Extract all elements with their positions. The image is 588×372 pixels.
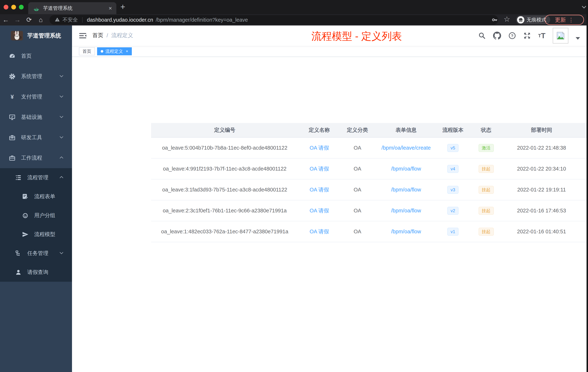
cell-status: 挂起 bbox=[468, 200, 504, 221]
sidebar-item-process-form[interactable]: 流程表单 bbox=[0, 187, 72, 206]
sidebar-item-leave-query[interactable]: 请假查询 bbox=[0, 263, 72, 282]
sidebar-item-label: 用户分组 bbox=[34, 212, 55, 219]
chevron-up-icon bbox=[59, 175, 64, 181]
column-header: 状态 bbox=[468, 123, 504, 138]
column-header: 定义分类 bbox=[340, 123, 375, 138]
cell-category: OA bbox=[340, 200, 375, 221]
browser-tab[interactable]: 芋道管理系统 × bbox=[28, 2, 116, 14]
cell-id: oa_leave:5:004b710b-7b8a-11ec-8ef0-acde4… bbox=[151, 138, 298, 159]
site-favicon-leaf-icon bbox=[32, 4, 40, 12]
sidebar: 芋道管理系统 首页系统管理¥支付管理基础设施研发工具工作流程流程管理流程表单用户… bbox=[0, 25, 72, 372]
user-avatar[interactable] bbox=[553, 28, 568, 44]
tab-close-icon[interactable]: × bbox=[109, 5, 112, 11]
sidebar-item-payment-management[interactable]: ¥支付管理 bbox=[0, 87, 72, 107]
table-header-row: 定义编号定义名称定义分类表单信息流程版本状态部署时间操作 bbox=[151, 123, 588, 138]
sidebar-item-task-management[interactable]: 任务管理 bbox=[0, 244, 72, 263]
cell-name: OA 请假 bbox=[298, 138, 340, 159]
column-header: 部署时间 bbox=[504, 123, 579, 138]
version-badge: v3 bbox=[447, 186, 458, 194]
sidebar-item-label: 流程管理 bbox=[27, 174, 48, 181]
definition-name-link[interactable]: OA 请假 bbox=[310, 186, 329, 194]
fullscreen-icon[interactable] bbox=[523, 32, 531, 40]
sidebar-logo[interactable]: 芋道管理系统 bbox=[0, 25, 72, 46]
sidebar-menu: 首页系统管理¥支付管理基础设施研发工具工作流程流程管理流程表单用户分组流程模型任… bbox=[0, 46, 72, 282]
password-key-icon[interactable] bbox=[491, 16, 498, 24]
cell-status: 激活 bbox=[468, 138, 504, 159]
form-info-link[interactable]: /bpm/oa/flow bbox=[391, 166, 421, 172]
minimize-window-button[interactable] bbox=[11, 5, 16, 10]
sidebar-item-label: 系统管理 bbox=[21, 73, 42, 80]
sidebar-item-user-group[interactable]: 用户分组 bbox=[0, 206, 72, 225]
breadcrumb-home[interactable]: 首页 bbox=[92, 32, 103, 39]
table-row: oa_leave:2:3c1f0ef1-76b1-11ec-9c66-a2380… bbox=[151, 200, 588, 221]
tag-home[interactable]: 首页 bbox=[79, 47, 95, 55]
new-tab-button[interactable]: + bbox=[120, 2, 125, 12]
form-info-link[interactable]: /bpm/oa/flow bbox=[391, 229, 421, 235]
form-info-link[interactable]: /bpm/oa/flow bbox=[391, 208, 421, 214]
tab-search-chevron-icon[interactable] bbox=[581, 4, 587, 11]
briefcase-icon bbox=[8, 154, 16, 162]
cell-id: oa_leave:3:1fad3d93-7b75-11ec-a3c8-acde4… bbox=[151, 179, 298, 200]
font-size-icon[interactable]: TT bbox=[538, 32, 546, 40]
page-annotation-title: 流程模型 - 定义列表 bbox=[237, 30, 477, 43]
cell-category: OA bbox=[340, 138, 375, 159]
search-icon[interactable] bbox=[478, 32, 486, 40]
tag-process-definition[interactable]: 流程定义 × bbox=[97, 47, 132, 55]
security-warning-icon[interactable] bbox=[54, 17, 60, 23]
sidebar-item-dev-tools[interactable]: 研发工具 bbox=[0, 127, 72, 148]
table-row: oa_leave:1:482ec033-762a-11ec-8477-a2380… bbox=[151, 221, 588, 242]
user-group-icon bbox=[21, 212, 29, 219]
chevron-down-icon bbox=[59, 135, 64, 141]
sidebar-item-home[interactable]: 首页 bbox=[0, 46, 72, 66]
url-host: dashboard.yudao.iocoder.cn bbox=[87, 17, 153, 23]
sidebar-item-label: 流程模型 bbox=[34, 231, 55, 238]
sidebar-item-system-management[interactable]: 系统管理 bbox=[0, 66, 72, 87]
bookmark-star-icon[interactable]: ☆ bbox=[504, 15, 510, 23]
zoom-window-button[interactable] bbox=[19, 5, 24, 10]
sidebar-item-infrastructure[interactable]: 基础设施 bbox=[0, 107, 72, 127]
breadcrumb-current: 流程定义 bbox=[111, 32, 133, 39]
close-window-button[interactable] bbox=[4, 5, 8, 10]
column-header: 定义编号 bbox=[151, 123, 298, 138]
chrome-update-button[interactable]: 更新 ⋮ bbox=[545, 15, 584, 25]
sidebar-item-workflow[interactable]: 工作流程 bbox=[0, 148, 72, 168]
status-badge: 挂起 bbox=[479, 165, 494, 173]
cell-version: v2 bbox=[437, 200, 468, 221]
home-button[interactable]: ⌂ bbox=[35, 16, 47, 24]
cell-id: oa_leave:4:991f2193-7b7f-11ec-a3c8-acde4… bbox=[151, 159, 298, 179]
table-row: oa_leave:4:991f2193-7b7f-11ec-a3c8-acde4… bbox=[151, 159, 588, 179]
cell-deploy_time: 2022-01-22 19:19:11 bbox=[504, 179, 579, 200]
forward-button[interactable]: → bbox=[12, 16, 23, 24]
definition-name-link[interactable]: OA 请假 bbox=[310, 207, 329, 214]
task-tree-icon bbox=[15, 250, 22, 257]
definition-name-link[interactable]: OA 请假 bbox=[310, 165, 329, 173]
definition-name-link[interactable]: OA 请假 bbox=[310, 228, 329, 235]
active-tag-dot bbox=[101, 50, 103, 53]
form-info-link[interactable]: /bpm/oa/flow bbox=[391, 187, 421, 193]
github-icon[interactable] bbox=[493, 32, 501, 40]
avatar-caret-icon[interactable] bbox=[576, 37, 580, 40]
address-bar[interactable]: 不安全 dashboard.yudao.iocoder.cn/bpm/manag… bbox=[50, 15, 498, 25]
version-badge: v2 bbox=[447, 207, 458, 215]
chevron-up-icon bbox=[59, 155, 64, 161]
toolbox-icon bbox=[8, 134, 16, 142]
cell-form: /bpm/oa/flow bbox=[375, 221, 437, 242]
cell-category: OA bbox=[340, 159, 375, 179]
cell-id: oa_leave:1:482ec033-762a-11ec-8477-a2380… bbox=[151, 221, 298, 242]
form-info-link[interactable]: /bpm/oa/leave/create bbox=[381, 145, 431, 151]
help-icon[interactable]: ? bbox=[508, 32, 516, 40]
cell-deploy_time: 2022-01-22 20:34:10 bbox=[504, 159, 579, 179]
sidebar-fold-icon[interactable] bbox=[79, 32, 87, 41]
cell-name: OA 请假 bbox=[298, 179, 340, 200]
back-button[interactable]: ← bbox=[0, 16, 12, 24]
status-badge: 挂起 bbox=[479, 228, 494, 236]
sidebar-item-process-model[interactable]: 流程模型 bbox=[0, 225, 72, 244]
definition-name-link[interactable]: OA 请假 bbox=[310, 144, 329, 152]
menu-kebab-icon[interactable]: ⋮ bbox=[568, 17, 574, 23]
column-header: 表单信息 bbox=[375, 123, 437, 138]
cell-deploy_time: 2022-01-16 01:40:51 bbox=[504, 221, 579, 242]
tag-close-icon[interactable]: × bbox=[126, 49, 128, 54]
sidebar-item-process-management[interactable]: 流程管理 bbox=[0, 168, 72, 187]
yen-icon: ¥ bbox=[8, 93, 16, 101]
reload-button[interactable]: ⟳ bbox=[23, 16, 35, 24]
